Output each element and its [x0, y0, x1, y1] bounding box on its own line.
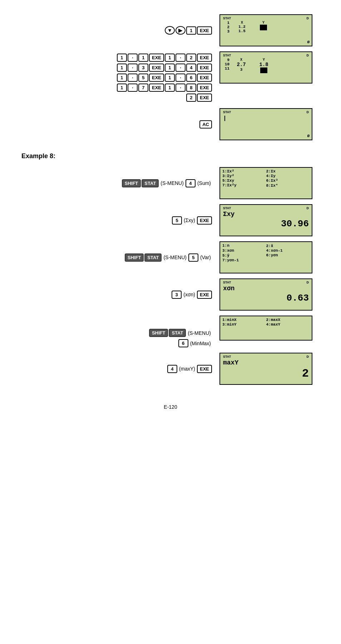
keys-line-3: 1 · 5 EXE 1 · 6 EXE [117, 73, 212, 82]
key-exe6[interactable]: EXE [197, 74, 212, 82]
key-2b[interactable]: 2 [186, 94, 196, 102]
menu-grid-var: 1:n 2:x̄ 3:xσn 4:xσn-1 5:ȳ 6:yσn 7:yσn-1 [222, 243, 310, 262]
key-dot7[interactable]: · [128, 84, 138, 92]
d-label-maxy: D [307, 355, 309, 358]
section2-row: 1 · 1 EXE 1 · 2 EXE 1 · 3 EXE 1 · 4 [21, 51, 320, 103]
key-shift1[interactable]: SHIFT [122, 179, 141, 187]
stat-label-xsn: STAT [223, 281, 231, 284]
key-2a[interactable]: 2 [186, 54, 196, 62]
ex8-step4-row: 3 (xσn) EXE STAT D xσn 0.63 [21, 278, 320, 311]
key-exe5[interactable]: EXE [149, 74, 164, 82]
section3-screen: STAT D | Ø [219, 108, 320, 140]
key-1b[interactable]: 1 [138, 54, 148, 62]
menu-item-5: 5:Σxy [222, 178, 266, 183]
key-dot3[interactable]: · [128, 64, 138, 72]
col-x2: X 2.7 3 [232, 58, 250, 73]
stat-label: STAT [223, 16, 231, 20]
key-6a[interactable]: 6 [186, 74, 196, 82]
key-exe-maxy[interactable]: EXE [197, 365, 212, 373]
screen-maxy-result: STAT D maxY 2 [219, 353, 312, 385]
key-5-sxy[interactable]: 5 [172, 216, 182, 225]
menu-item-8: 8:Σx⁴ [266, 183, 310, 188]
key-exe4[interactable]: EXE [197, 64, 212, 72]
key-stat1[interactable]: STAT [142, 179, 159, 187]
screen-corner3: Ø [307, 134, 310, 138]
key-exe7[interactable]: EXE [149, 84, 164, 92]
key-stat3[interactable]: STAT [169, 329, 186, 337]
key-exe[interactable]: EXE [197, 26, 212, 35]
menu-item-3: 3:Σy² [222, 174, 266, 178]
key-dot4[interactable]: · [176, 64, 186, 72]
key-exe3[interactable]: EXE [149, 64, 164, 72]
section2-keys: 1 · 1 EXE 1 · 2 EXE 1 · 3 EXE 1 · 4 [21, 51, 219, 103]
key-1g[interactable]: 1 [165, 74, 175, 82]
ex8-step6-keys: 4 (maxY) EXE [21, 353, 219, 385]
minmax-item-4: 4:maxY [266, 322, 310, 327]
ex8-step3-keys: SHIFT STAT (S-MENU) 5 (Var) [21, 241, 219, 273]
key-ac[interactable]: AC [199, 120, 212, 129]
smenu-label3: (S-MENU) [188, 330, 211, 336]
key-4-maxy[interactable]: 4 [167, 365, 177, 373]
key-1d[interactable]: 1 [117, 64, 127, 72]
key-8a[interactable]: 8 [186, 84, 196, 92]
ex8-step1-screen: 1:Σx² 2:Σx 3:Σy² 4:Σy 5:Σxy 6:Σx³ 7:Σx²y… [219, 167, 320, 199]
key-dot2[interactable]: · [176, 54, 186, 62]
key-shift3[interactable]: SHIFT [149, 329, 168, 337]
key-1e[interactable]: 1 [165, 64, 175, 72]
cursor-indicator: | [223, 115, 309, 122]
key-1[interactable]: 1 [186, 26, 196, 35]
key-1f[interactable]: 1 [117, 74, 127, 82]
formula-maxy: maxY [223, 359, 309, 366]
d-label-sxy: D [307, 206, 309, 210]
screen-xsn-result: STAT D xσn 0.63 [219, 278, 312, 311]
example8-heading: Example 8: [21, 152, 55, 160]
xsigman-label: (xσn) [183, 292, 195, 297]
key-1a[interactable]: 1 [117, 54, 127, 62]
screen-menu-minmax: 1:minX 2:maxX 3:minY 4:maxY [219, 316, 312, 341]
key-exe8[interactable]: EXE [197, 84, 212, 92]
section3-row: AC STAT D | Ø [21, 108, 320, 140]
smenu-label1: (S-MENU) [160, 180, 184, 186]
key-7a[interactable]: 7 [138, 84, 148, 92]
key-exe2[interactable]: EXE [197, 54, 212, 62]
key-exe1[interactable]: EXE [149, 54, 164, 62]
result-maxy: 2 [223, 367, 309, 380]
var-item-8 [266, 258, 310, 262]
key-stat2[interactable]: STAT [144, 253, 162, 262]
key-dot1[interactable]: · [128, 54, 138, 62]
screen-stat-table1: STAT D 123 X 1.2 1.5 Y [219, 14, 312, 46]
col-y2: Y 1.8 [253, 58, 275, 73]
menu-item-2: 2:Σx [266, 169, 310, 173]
key-5a[interactable]: 5 [138, 74, 148, 82]
key-dot5[interactable]: · [128, 74, 138, 82]
minmax-item-2: 2:maxX [266, 318, 310, 322]
key-3-xsn[interactable]: 3 [172, 291, 182, 299]
key-5-var[interactable]: 5 [188, 253, 198, 262]
key-1i[interactable]: 1 [165, 84, 175, 92]
ex8-step1-row: SHIFT STAT (S-MENU) 4 (Sum) 1:Σx² 2:Σx 3… [21, 167, 320, 199]
key-dot6[interactable]: · [176, 74, 186, 82]
key-exe-sxy[interactable]: EXE [197, 216, 212, 225]
var-item-7: 7:yσn-1 [222, 258, 266, 262]
keys-data-entry: 1 · 1 EXE 1 · 2 EXE 1 · 3 EXE 1 · 4 [117, 53, 212, 103]
key-3a[interactable]: 3 [138, 64, 148, 72]
section1-screen: STAT D 123 X 1.2 1.5 Y [219, 14, 320, 46]
key-shift2[interactable]: SHIFT [125, 253, 144, 262]
var-item-1: 1:n [222, 243, 266, 248]
screen-stat-table2: STAT D 91011 X 2.7 3 Y 1.8 [219, 51, 312, 84]
key-exe-xsn[interactable]: EXE [197, 291, 212, 299]
key-4a[interactable]: 4 [186, 64, 196, 72]
key-exe9[interactable]: EXE [197, 94, 212, 102]
ex8-step3-screen: 1:n 2:x̄ 3:xσn 4:xσn-1 5:ȳ 6:yσn 7:yσn-1 [219, 241, 320, 273]
key-right-arrow[interactable]: ▶ [176, 26, 186, 35]
key-down-arrow[interactable]: ▼ [165, 26, 175, 35]
key-4-sum[interactable]: 4 [186, 179, 196, 187]
ex8-step5-screen: 1:minX 2:maxX 3:minY 4:maxY [219, 316, 320, 341]
key-1c[interactable]: 1 [165, 54, 175, 62]
result-sxy: 30.96 [223, 218, 309, 229]
screen-xsn-header: STAT D [223, 281, 309, 284]
key-dot8[interactable]: · [176, 84, 186, 92]
key-6-minmax[interactable]: 6 [178, 339, 188, 347]
minmax-label: (MinMax) [190, 341, 211, 346]
key-1h[interactable]: 1 [117, 84, 127, 92]
